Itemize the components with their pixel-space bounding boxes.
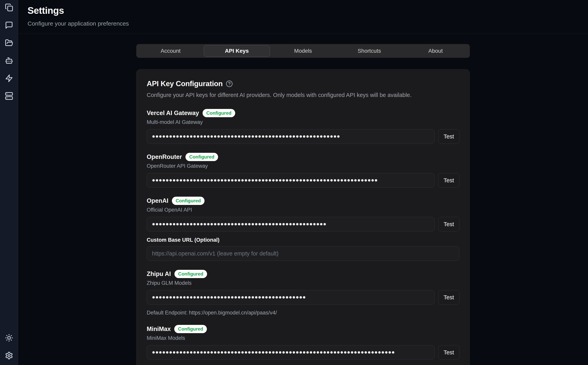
masked-api-key: ••••••••••••••••••••••••••••••••••••••••… <box>152 345 395 360</box>
provider-name: Vercel AI Gateway <box>147 110 199 117</box>
provider-description: Official OpenAI API <box>147 207 459 213</box>
provider-section: MiniMax Configured MiniMax Models ••••••… <box>147 325 459 360</box>
provider-section: OpenRouter Configured OpenRouter API Gat… <box>147 153 459 188</box>
custom-base-url-input[interactable] <box>147 246 459 261</box>
provider-section: Vercel AI Gateway Configured Multi-model… <box>147 109 459 144</box>
test-button[interactable]: Test <box>438 290 459 305</box>
providers-list: Vercel AI Gateway Configured Multi-model… <box>147 109 459 360</box>
custom-base-url-label: Custom Base URL (Optional) <box>147 237 459 243</box>
provider-name: Zhipu AI <box>147 270 171 277</box>
main-area: Settings Configure your application pref… <box>18 0 588 365</box>
configured-badge: Configured <box>174 325 207 333</box>
api-key-configuration-card: API Key Configuration Configure your API… <box>136 69 470 365</box>
masked-api-key: ••••••••••••••••••••••••••••••••••••••••… <box>152 129 340 144</box>
content-column: AccountAPI KeysModelsShortcutsAbout API … <box>136 34 470 365</box>
theme-toggle-icon[interactable] <box>5 334 13 342</box>
provider-description: Zhipu GLM Models <box>147 280 459 286</box>
bot-icon[interactable] <box>5 56 13 65</box>
settings-icon[interactable] <box>5 351 13 360</box>
sidebar-top-icons <box>5 3 13 100</box>
test-button[interactable]: Test <box>438 129 459 144</box>
masked-api-key: ••••••••••••••••••••••••••••••••••••••••… <box>152 290 306 305</box>
tab-shortcuts[interactable]: Shortcuts <box>336 45 402 57</box>
tab-models[interactable]: Models <box>270 45 336 57</box>
api-key-input[interactable]: ••••••••••••••••••••••••••••••••••••••••… <box>147 129 435 144</box>
tab-about[interactable]: About <box>402 45 469 57</box>
provider-name: MiniMax <box>147 325 171 333</box>
card-title: API Key Configuration <box>147 80 223 88</box>
provider-description: OpenRouter API Gateway <box>147 163 459 169</box>
configured-badge: Configured <box>203 109 235 117</box>
provider-name: OpenAI <box>147 197 168 204</box>
test-button[interactable]: Test <box>438 217 459 232</box>
sidebar-bottom-icons <box>5 334 13 360</box>
page-title: Settings <box>28 5 579 16</box>
api-key-input[interactable]: ••••••••••••••••••••••••••••••••••••••••… <box>147 217 435 232</box>
content: AccountAPI KeysModelsShortcutsAbout API … <box>18 34 588 365</box>
masked-api-key: ••••••••••••••••••••••••••••••••••••••••… <box>152 217 327 232</box>
provider-section: Zhipu AI Configured Zhipu GLM Models •••… <box>147 270 459 316</box>
default-endpoint-note: Default Endpoint: https://open.bigmodel.… <box>147 310 459 316</box>
provider-section: OpenAI Configured Official OpenAI API ••… <box>147 197 459 261</box>
card-subtitle: Configure your API keys for different AI… <box>147 92 459 98</box>
zap-icon[interactable] <box>5 74 13 83</box>
settings-tabbar: AccountAPI KeysModelsShortcutsAbout <box>136 44 470 58</box>
api-key-input[interactable]: ••••••••••••••••••••••••••••••••••••••••… <box>147 290 435 305</box>
server-icon[interactable] <box>5 92 13 100</box>
provider-description: Multi-model AI Gateway <box>147 119 459 125</box>
tab-account[interactable]: Account <box>137 45 204 57</box>
masked-api-key: ••••••••••••••••••••••••••••••••••••••••… <box>152 173 378 188</box>
test-button[interactable]: Test <box>438 173 459 188</box>
tab-api-keys[interactable]: API Keys <box>204 45 270 57</box>
chat-icon[interactable] <box>5 21 13 29</box>
provider-description: MiniMax Models <box>147 335 459 341</box>
api-key-input[interactable]: ••••••••••••••••••••••••••••••••••••••••… <box>147 173 435 188</box>
folder-icon[interactable] <box>5 39 13 47</box>
configured-badge: Configured <box>185 153 218 161</box>
test-button[interactable]: Test <box>438 345 459 360</box>
page-header: Settings Configure your application pref… <box>18 0 588 34</box>
help-icon[interactable] <box>226 80 233 87</box>
configured-badge: Configured <box>175 270 207 278</box>
provider-name: OpenRouter <box>147 153 182 161</box>
copy-icon[interactable] <box>5 3 13 12</box>
api-key-input[interactable]: ••••••••••••••••••••••••••••••••••••••••… <box>147 345 435 360</box>
sidebar <box>0 0 18 365</box>
configured-badge: Configured <box>172 197 204 205</box>
page-subtitle: Configure your application preferences <box>28 20 579 27</box>
